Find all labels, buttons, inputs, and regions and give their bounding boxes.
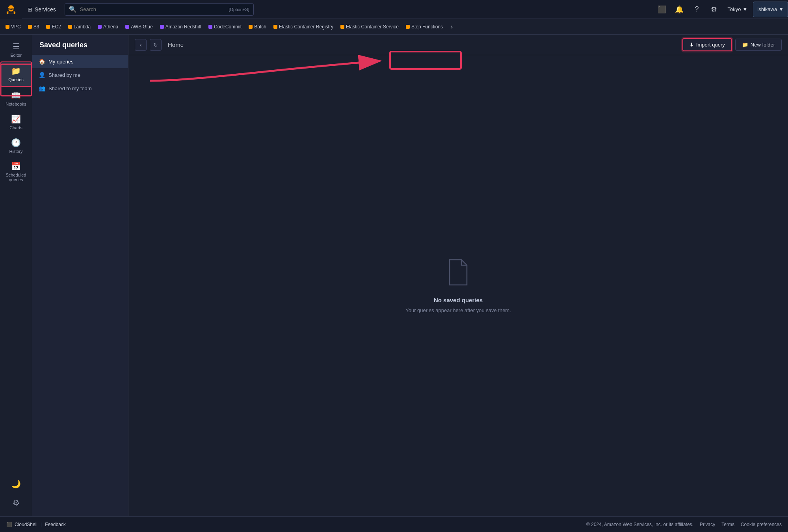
bookmark-ec2[interactable]: EC2 xyxy=(43,22,64,31)
cloudshell-label: CloudShell xyxy=(15,522,37,527)
aws-logo[interactable]: aws xyxy=(0,0,22,19)
empty-subtitle: Your queries appear here after you save … xyxy=(405,307,511,313)
sidebar-notebooks-label: Notebooks xyxy=(6,102,26,106)
sidebar-queries-label: Queries xyxy=(8,77,24,82)
back-button[interactable]: ‹ xyxy=(135,39,147,51)
bookmark-ecr[interactable]: Elastic Container Registry xyxy=(270,22,336,31)
shared-to-team-label: Shared to my team xyxy=(48,86,92,91)
sidebar-item-settings[interactable]: ⚙ xyxy=(0,494,32,512)
bookmark-step-functions[interactable]: Step Functions xyxy=(403,22,446,31)
sidebar-item-charts[interactable]: 📈 Charts xyxy=(0,110,32,134)
privacy-link[interactable]: Privacy xyxy=(700,522,715,527)
footer-left: ⬛ CloudShell | Feedback xyxy=(6,522,66,527)
sidebar-item-theme[interactable]: 🌙 xyxy=(0,475,32,493)
new-folder-label: New folder xyxy=(751,42,775,48)
saved-queries-title: Saved queries xyxy=(32,35,128,55)
copyright-text: © 2024, Amazon Web Services, Inc. or its… xyxy=(586,522,693,527)
sidebar-shared-to-team[interactable]: 👥 Shared to my team xyxy=(32,82,128,95)
team-icon: 👥 xyxy=(39,85,45,91)
bookmark-codecommit[interactable]: CodeCommit xyxy=(205,22,245,31)
folder-icon: 📁 xyxy=(742,42,748,48)
refresh-icon: ↻ xyxy=(153,42,158,48)
breadcrumb: Home xyxy=(165,41,679,48)
icon-sidebar: ☰ Editor 📁 Queries 📖 Notebooks 📈 Charts … xyxy=(0,35,32,516)
bookmark-athena[interactable]: Athena xyxy=(95,22,121,31)
empty-state: No saved queries Your queries appear her… xyxy=(405,258,511,313)
bookmark-amazon-redshift[interactable]: Amazon Redshift xyxy=(157,22,204,31)
query-sidebar: Saved queries 🏠 My queries 👤 Shared by m… xyxy=(32,35,128,516)
sidebar-history-label: History xyxy=(9,149,22,154)
sidebar-charts-label: Charts xyxy=(9,125,22,130)
top-nav: aws ⊞ Services 🔍 [Option+S] ⬛ 🔔 ? ⚙ Toky… xyxy=(0,0,788,19)
sidebar-scheduled-label: Scheduled queries xyxy=(2,173,30,182)
settings-icon-btn[interactable]: ⚙ xyxy=(706,2,722,17)
charts-icon: 📈 xyxy=(11,114,21,124)
footer: ⬛ CloudShell | Feedback © 2024, Amazon W… xyxy=(0,516,788,532)
bookmark-batch[interactable]: Batch xyxy=(245,22,269,31)
sidebar-shared-by-me[interactable]: 👤 Shared by me xyxy=(32,68,128,82)
bookmarks-more[interactable]: › xyxy=(448,22,456,32)
chevron-down-icon: ▼ xyxy=(742,6,747,12)
main-content: ‹ ↻ Home ⬇ Import query 📁 New folder xyxy=(128,35,788,516)
shared-by-me-label: Shared by me xyxy=(48,72,80,78)
region-selector[interactable]: Tokyo ▼ xyxy=(723,2,751,17)
moon-icon: 🌙 xyxy=(11,479,21,489)
nav-icons: ⬛ 🔔 ? ⚙ Tokyo ▼ ishikawa ▼ xyxy=(654,2,788,17)
gear-icon: ⚙ xyxy=(13,498,20,508)
search-input[interactable] xyxy=(80,6,226,12)
services-label: Services xyxy=(35,6,56,13)
bookmark-ecs[interactable]: Elastic Container Service xyxy=(337,22,402,31)
content-area: No saved queries Your queries appear her… xyxy=(128,55,788,516)
notebooks-icon: 📖 xyxy=(11,91,21,100)
my-queries-label: My queries xyxy=(48,59,74,65)
empty-document-icon xyxy=(446,258,471,291)
user-label: ishikawa xyxy=(757,6,777,12)
main-layout: ☰ Editor 📁 Queries 📖 Notebooks 📈 Charts … xyxy=(0,35,788,516)
region-label: Tokyo xyxy=(727,6,741,12)
cloudshell-button[interactable]: ⬛ CloudShell xyxy=(6,522,37,527)
sidebar-editor-label: Editor xyxy=(10,53,22,58)
cookie-preferences-link[interactable]: Cookie preferences xyxy=(741,522,782,527)
sidebar-bottom: 🌙 ⚙ xyxy=(0,475,32,512)
terminal-icon: ⬛ xyxy=(6,522,12,527)
svg-text:aws: aws xyxy=(8,7,14,11)
sidebar-my-queries[interactable]: 🏠 My queries xyxy=(32,55,128,68)
scheduled-icon: 📅 xyxy=(11,162,21,171)
search-bar[interactable]: 🔍 [Option+S] xyxy=(65,3,254,16)
home-icon: 🏠 xyxy=(39,58,45,65)
terms-link[interactable]: Terms xyxy=(721,522,734,527)
grid-icon: ⊞ xyxy=(28,6,32,13)
help-icon-btn[interactable]: ? xyxy=(689,2,704,17)
cloud-shell-icon-btn[interactable]: ⬛ xyxy=(654,2,670,17)
sidebar-item-notebooks[interactable]: 📖 Notebooks xyxy=(0,87,32,110)
sidebar-item-queries[interactable]: 📁 Queries xyxy=(0,61,32,87)
search-shortcut: [Option+S] xyxy=(229,7,249,12)
user-menu[interactable]: ishikawa ▼ xyxy=(753,2,788,17)
refresh-button[interactable]: ↻ xyxy=(150,39,162,51)
empty-title: No saved queries xyxy=(434,297,483,303)
bookmarks-bar: VPC S3 EC2 Lambda Athena AWS Glue Amazon… xyxy=(0,19,788,35)
import-query-button[interactable]: ⬇ Import query xyxy=(682,38,732,51)
import-icon: ⬇ xyxy=(690,42,694,48)
bookmark-lambda[interactable]: Lambda xyxy=(65,22,94,31)
history-icon: 🕐 xyxy=(11,138,21,147)
bookmark-s3[interactable]: S3 xyxy=(25,22,43,31)
bookmark-aws-glue[interactable]: AWS Glue xyxy=(122,22,156,31)
editor-icon: ☰ xyxy=(13,42,20,51)
user-chevron-icon: ▼ xyxy=(779,6,784,12)
notifications-icon-btn[interactable]: 🔔 xyxy=(671,2,687,17)
back-icon: ‹ xyxy=(140,42,142,48)
content-toolbar: ‹ ↻ Home ⬇ Import query 📁 New folder xyxy=(128,35,788,55)
feedback-button[interactable]: Feedback xyxy=(45,522,66,527)
user-icon: 👤 xyxy=(39,72,45,78)
sidebar-item-history[interactable]: 🕐 History xyxy=(0,134,32,158)
sidebar-item-editor[interactable]: ☰ Editor xyxy=(0,38,32,61)
queries-icon: 📁 xyxy=(11,66,21,76)
bookmark-vpc[interactable]: VPC xyxy=(2,22,24,31)
sidebar-item-scheduled[interactable]: 📅 Scheduled queries xyxy=(0,158,32,186)
footer-right: © 2024, Amazon Web Services, Inc. or its… xyxy=(586,522,782,527)
new-folder-button[interactable]: 📁 New folder xyxy=(735,39,782,51)
services-button[interactable]: ⊞ Services xyxy=(22,0,61,19)
search-icon: 🔍 xyxy=(69,6,77,13)
toolbar-actions: ⬇ Import query 📁 New folder xyxy=(682,38,782,51)
